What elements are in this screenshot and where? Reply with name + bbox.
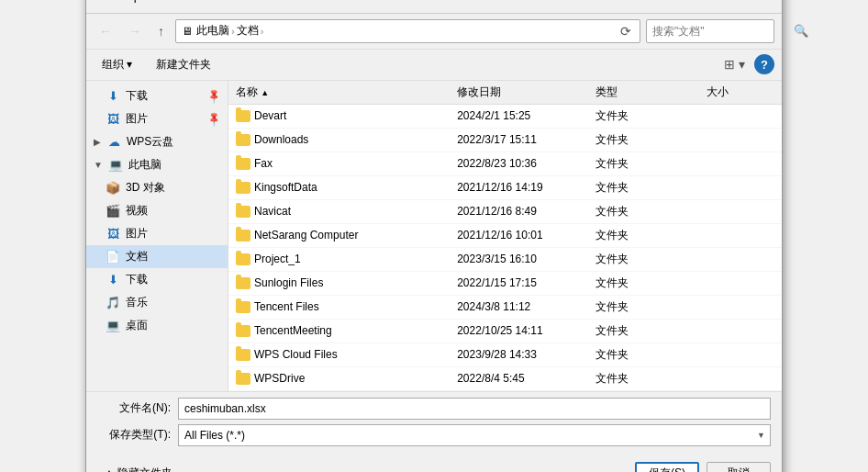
table-row[interactable]: WPSDrive2022/8/4 5:45文件夹 [228, 366, 782, 390]
table-row[interactable]: Navicat2021/12/16 8:49文件夹 [228, 199, 782, 223]
documents-icon: 📄 [105, 249, 121, 264]
chevron-icon: ▼ [94, 160, 103, 170]
folder-icon [236, 158, 250, 170]
folder-icon [236, 277, 250, 289]
file-type-cell: 文件夹 [588, 247, 699, 271]
file-date-cell: 2022/3/17 15:11 [450, 128, 588, 152]
download-icon: ⬇ [105, 88, 121, 103]
file-date-cell: 2023/9/28 14:33 [450, 343, 588, 366]
sidebar-item-this-pc[interactable]: ▼💻此电脑 [86, 153, 228, 176]
file-pane: 名称 ▲修改日期类型大小 Devart2024/2/1 15:25文件夹Down… [228, 81, 782, 391]
file-size-cell [699, 223, 782, 247]
file-name-cell: Fax [228, 152, 450, 175]
address-sep-2: › [261, 26, 264, 37]
file-name-cell: TencentMeeting [228, 319, 450, 343]
pin-icon: 📌 [205, 86, 222, 104]
address-computer-icon: 🖥 [182, 25, 193, 38]
sidebar-label-download: 下载 [126, 88, 148, 104]
table-row[interactable]: TencentMeeting2022/10/25 14:11文件夹 [228, 319, 782, 343]
file-table-body: Devart2024/2/1 15:25文件夹Downloads2022/3/1… [228, 104, 782, 390]
back-button[interactable]: ← [94, 21, 117, 41]
this-pc-icon: 💻 [107, 157, 124, 172]
folder-icon [236, 349, 250, 361]
sidebar-item-download[interactable]: ⬇下载📌 [86, 84, 228, 107]
sidebar-item-pictures[interactable]: 🖼图片📌 [86, 107, 228, 130]
folder-icon [236, 230, 250, 242]
sidebar-item-downloads2[interactable]: ⬇下载 [86, 268, 228, 291]
file-type-cell: 文件夹 [588, 366, 699, 390]
toolbar-right: ⊞ ▾ ? [718, 54, 774, 74]
folder-icon [236, 110, 250, 122]
col-header-type[interactable]: 类型 [588, 81, 699, 105]
sidebar-item-pictures2[interactable]: 🖼图片 [86, 222, 228, 245]
organize-button[interactable]: 组织 ▾ [94, 53, 140, 76]
file-date-cell: 2021/12/16 10:01 [450, 223, 588, 247]
table-row[interactable]: Project_12023/3/15 16:10文件夹 [228, 247, 782, 271]
file-size-cell [699, 104, 782, 128]
view-button[interactable]: ⊞ ▾ [718, 54, 751, 74]
file-name-cell: Tencent Files [228, 295, 450, 319]
file-size-cell [699, 128, 782, 152]
filetype-select[interactable]: All Files (*.*) [178, 424, 771, 446]
close-button[interactable]: ✕ [752, 0, 771, 6]
sidebar-item-music[interactable]: 🎵音乐 [86, 291, 228, 314]
filename-row: 文件名(N): [97, 398, 771, 420]
sidebar-label-3d-objects: 3D 对象 [126, 180, 165, 196]
file-size-cell [699, 319, 782, 343]
folder-icon [236, 253, 250, 265]
file-type-cell: 文件夹 [588, 128, 699, 152]
help-button[interactable]: ? [754, 54, 774, 74]
search-input[interactable] [652, 25, 790, 38]
second-toolbar: 组织 ▾ 新建文件夹 ⊞ ▾ ? [86, 50, 782, 81]
file-type-cell: 文件夹 [588, 199, 699, 223]
address-parts: 此电脑 › 文档 › [196, 23, 614, 39]
footer: ▲ 隐藏文件夹 保存(S) 取消 [86, 456, 782, 473]
search-box: 🔍 [646, 19, 774, 43]
folder-icon [236, 206, 250, 218]
sidebar-label-videos: 视频 [126, 203, 148, 219]
table-row[interactable]: WPS Cloud Files2023/9/28 14:33文件夹 [228, 343, 782, 366]
file-date-cell: 2022/1/15 17:15 [450, 271, 588, 295]
sidebar-item-3d-objects[interactable]: 📦3D 对象 [86, 176, 228, 199]
forward-button[interactable]: → [123, 21, 147, 41]
refresh-button[interactable]: ⟳ [618, 24, 634, 39]
file-name-cell: WPSDrive [228, 366, 450, 390]
table-row[interactable]: Sunlogin Files2022/1/15 17:15文件夹 [228, 271, 782, 295]
file-name-cell: KingsoftData [228, 175, 450, 199]
search-button[interactable]: 🔍 [794, 24, 808, 38]
sidebar-label-pictures: 图片 [126, 111, 148, 127]
table-row[interactable]: NetSarang Computer2021/12/16 10:01文件夹 [228, 223, 782, 247]
sidebar-item-desktop[interactable]: 💻桌面 [86, 314, 228, 337]
new-folder-button[interactable]: 新建文件夹 [148, 53, 219, 76]
title-bar: Select path to save file ✕ [86, 0, 782, 14]
cancel-button[interactable]: 取消 [707, 462, 771, 473]
table-row[interactable]: Fax2022/8/23 10:36文件夹 [228, 152, 782, 175]
filename-label: 文件名(N): [97, 400, 171, 416]
sidebar-item-documents[interactable]: 📄文档 [86, 245, 228, 268]
downloads2-icon: ⬇ [105, 272, 121, 287]
file-type-cell: 文件夹 [588, 152, 699, 175]
table-row[interactable]: Tencent Files2024/3/8 11:12文件夹 [228, 295, 782, 319]
table-row[interactable]: Devart2024/2/1 15:25文件夹 [228, 104, 782, 128]
file-date-cell: 2021/12/16 14:19 [450, 175, 588, 199]
file-type-cell: 文件夹 [588, 319, 699, 343]
file-name-cell: WPS Cloud Files [228, 343, 450, 366]
table-row[interactable]: KingsoftData2021/12/16 14:19文件夹 [228, 175, 782, 199]
save-button[interactable]: 保存(S) [635, 462, 699, 473]
address-bar[interactable]: 🖥 此电脑 › 文档 › ⟳ [175, 19, 640, 43]
filename-input[interactable] [178, 398, 771, 420]
videos-icon: 🎬 [105, 203, 121, 218]
col-header-size[interactable]: 大小 [699, 81, 782, 105]
col-header-date[interactable]: 修改日期 [450, 81, 588, 105]
address-sep-1: › [231, 26, 235, 37]
file-date-cell: 2024/3/8 11:12 [450, 295, 588, 319]
table-row[interactable]: Downloads2022/3/17 15:11文件夹 [228, 128, 782, 152]
sidebar-item-wps-cloud[interactable]: ▶☁WPS云盘 [86, 130, 228, 153]
filetype-label: 保存类型(T): [97, 427, 171, 443]
col-header-name[interactable]: 名称 ▲ [228, 81, 450, 105]
filetype-select-wrapper: All Files (*.*) [178, 424, 771, 446]
hide-folders-button[interactable]: ▲ 隐藏文件夹 [97, 462, 179, 472]
sidebar-label-documents: 文档 [126, 249, 148, 264]
up-button[interactable]: ↑ [152, 21, 170, 41]
sidebar-item-videos[interactable]: 🎬视频 [86, 199, 228, 222]
